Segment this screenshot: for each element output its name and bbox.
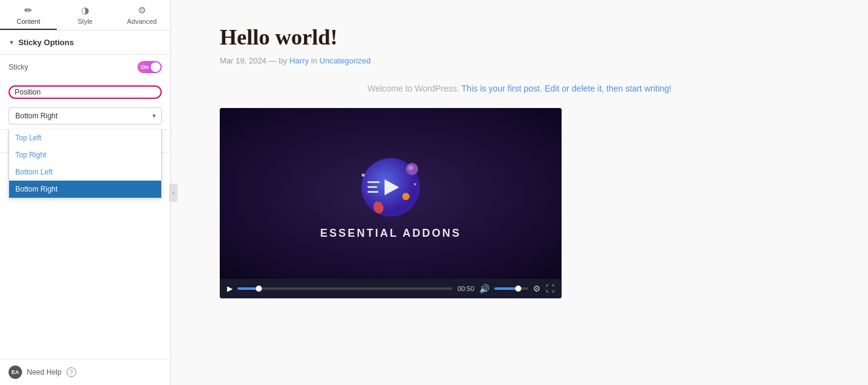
post-meta: Mar 19, 2024 — by Harry in Uncategorized bbox=[220, 56, 819, 65]
panel-content: ▼ Sticky Options Sticky On Position Top … bbox=[0, 31, 170, 359]
position-dropdown-wrapper: Top Left Top Right Bottom Left Bottom Ri… bbox=[9, 107, 162, 124]
svg-point-7 bbox=[402, 193, 410, 200]
ea-logo-svg bbox=[354, 148, 427, 221]
svg-point-10 bbox=[414, 183, 416, 185]
dropdown-option-bottom-right[interactable]: Bottom Right bbox=[9, 181, 161, 198]
volume-track[interactable] bbox=[494, 287, 528, 290]
position-row: Position bbox=[0, 79, 170, 105]
sticky-label: Sticky bbox=[9, 63, 137, 71]
video-player: ESSENTIAL ADDONS ▶ 00:50 🔊 ⚙ ⛶ bbox=[220, 108, 562, 298]
post-author[interactable]: Harry bbox=[289, 56, 309, 65]
right-content: Hello world! Mar 19, 2024 — by Harry in … bbox=[171, 0, 868, 385]
position-select[interactable]: Top Left Top Right Bottom Left Bottom Ri… bbox=[9, 107, 162, 124]
play-button[interactable]: ▶ bbox=[227, 284, 233, 293]
tab-style-label: Style bbox=[78, 18, 92, 25]
tab-advanced[interactable]: ⚙ Advanced bbox=[114, 0, 170, 30]
toggle-label: On bbox=[141, 64, 149, 70]
post-body: Welcome to WordPress. This is your first… bbox=[220, 84, 819, 93]
post-category[interactable]: Uncategorized bbox=[319, 56, 371, 65]
fullscreen-icon[interactable]: ⛶ bbox=[546, 284, 554, 293]
svg-rect-4 bbox=[367, 191, 378, 193]
collapse-handle[interactable]: ‹ bbox=[169, 184, 178, 202]
svg-rect-3 bbox=[367, 186, 377, 188]
post-title: Hello world! bbox=[220, 24, 819, 50]
tab-advanced-label: Advanced bbox=[127, 18, 157, 25]
dropdown-option-bottom-left[interactable]: Bottom Left bbox=[9, 164, 161, 181]
advanced-icon: ⚙ bbox=[138, 5, 146, 16]
video-screen: ESSENTIAL ADDONS bbox=[220, 108, 562, 279]
sticky-options-section[interactable]: ▼ Sticky Options bbox=[0, 31, 170, 55]
tab-style[interactable]: ◑ Style bbox=[57, 0, 114, 30]
tab-content[interactable]: ✏ Content bbox=[0, 0, 57, 30]
sticky-toggle[interactable]: On bbox=[137, 61, 162, 73]
dropdown-option-top-right[interactable]: Top Right bbox=[9, 146, 161, 164]
progress-track[interactable] bbox=[237, 287, 452, 290]
bottom-bar: EA Need Help ? bbox=[0, 359, 170, 385]
position-label: Position bbox=[9, 85, 162, 99]
sticky-options-arrow: ▼ bbox=[9, 39, 15, 46]
svg-point-6 bbox=[408, 165, 413, 170]
time-label: 00:50 bbox=[457, 285, 474, 292]
ea-graphic: ESSENTIAL ADDONS bbox=[320, 148, 461, 240]
settings-icon[interactable]: ⚙ bbox=[533, 284, 541, 293]
progress-thumb bbox=[256, 286, 262, 292]
content-icon: ✏ bbox=[24, 5, 32, 16]
sticky-row: Sticky On bbox=[0, 55, 170, 79]
ea-brand-text: ESSENTIAL ADDONS bbox=[320, 227, 461, 240]
tabs-bar: ✏ Content ◑ Style ⚙ Advanced bbox=[0, 0, 170, 31]
help-icon[interactable]: ? bbox=[67, 367, 76, 377]
volume-icon[interactable]: 🔊 bbox=[479, 284, 490, 293]
svg-point-9 bbox=[362, 173, 365, 176]
dropdown-option-top-left[interactable]: Top Left bbox=[9, 129, 161, 146]
style-icon: ◑ bbox=[81, 5, 89, 16]
tab-content-label: Content bbox=[16, 18, 40, 25]
svg-rect-2 bbox=[367, 181, 380, 183]
position-dropdown-container: Top Left Top Right Bottom Left Bottom Ri… bbox=[0, 105, 170, 129]
ea-badge: EA bbox=[9, 365, 22, 379]
left-panel: ✏ Content ◑ Style ⚙ Advanced ▼ Sticky Op… bbox=[0, 0, 171, 385]
post-body-highlight: This is your first post. Edit or delete … bbox=[461, 84, 671, 93]
position-options-list: Top Left Top Right Bottom Left Bottom Ri… bbox=[9, 129, 162, 198]
need-help-text[interactable]: Need Help bbox=[27, 368, 62, 376]
volume-thumb bbox=[515, 286, 521, 292]
sticky-options-title: Sticky Options bbox=[18, 38, 74, 47]
video-controls: ▶ 00:50 🔊 ⚙ ⛶ bbox=[220, 279, 562, 298]
